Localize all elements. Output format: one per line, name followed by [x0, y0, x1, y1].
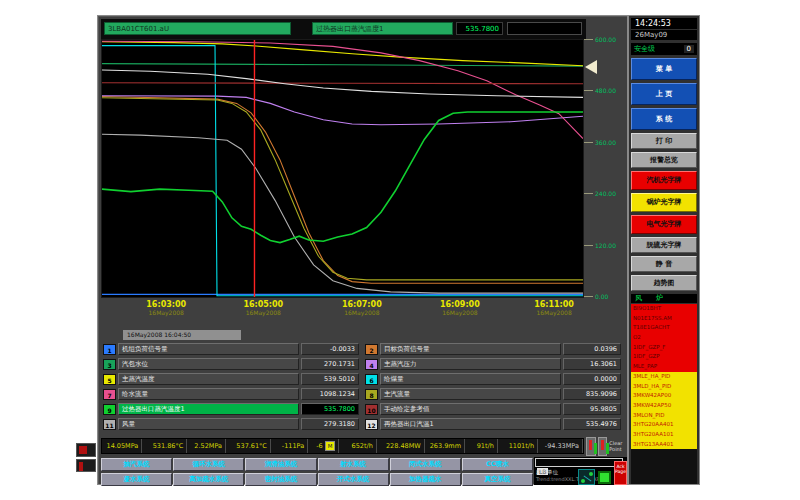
tick-mark — [584, 39, 593, 40]
pen-row-3[interactable]: 3汽包水位270.1731 — [103, 357, 359, 371]
trend-curve-pen-4 — [102, 96, 583, 125]
pen-tag-field[interactable]: 3LBA01CT601.aU — [104, 22, 291, 35]
alarm-header-label: 风 — [635, 294, 642, 303]
red-bar-icon — [601, 440, 604, 450]
pen-row-12[interactable]: 12再热器出口汽温1535.4976 — [365, 417, 621, 431]
pen-row-2[interactable]: 2目标负荷信号量0.0396 — [365, 342, 621, 356]
x-axis-tick: 16:03:0016May2008 — [131, 300, 201, 316]
y-tick-label: 240.00 — [595, 190, 616, 197]
menu-button[interactable]: 真空系统 — [462, 473, 533, 486]
menu-button[interactable]: CC喷水 — [462, 458, 533, 471]
alarm-item[interactable]: MLE_PAP — [631, 362, 697, 372]
menu-button[interactable]: 凝水系统 — [101, 473, 172, 486]
alarm-item[interactable]: 3MLE_HA_PID — [631, 372, 697, 382]
pen-description-field[interactable]: 过热器出口蒸汽温度1 — [312, 22, 453, 35]
status-segment: 531.86°C — [142, 439, 187, 453]
status-segment: 14.05MPa — [102, 439, 142, 453]
sidebar-button[interactable]: 脱硫光字牌 — [631, 237, 697, 253]
pen-row-8[interactable]: 8主汽流量835.9096 — [365, 387, 621, 401]
alarm-item[interactable]: 3MKW42AP00 — [631, 391, 697, 401]
status-segment: 1101t/h — [498, 439, 538, 453]
alarm-item[interactable]: 3HTG20AA101 — [631, 430, 697, 440]
pen-table-left-column: 1机组负荷信号量-0.00333汽包水位270.17315主蒸汽温度539.50… — [103, 342, 359, 432]
menu-button[interactable]: 射水系统 — [318, 458, 389, 471]
pen-label: 主汽流量 — [380, 388, 561, 400]
trend-plot-area[interactable] — [101, 39, 584, 298]
pen-row-5[interactable]: 5主蒸汽温度539.5010 — [103, 372, 359, 386]
pen-row-10[interactable]: 10手动给定参考值95.9805 — [365, 402, 621, 416]
pen-value: 95.9805 — [563, 403, 621, 415]
alarm-item[interactable]: T18E1GACHT — [631, 323, 697, 333]
pen-color-chip: 4 — [365, 359, 378, 370]
trend-curve-pen-11 — [102, 134, 583, 293]
alarm-item[interactable]: 1IDF_GZP_F — [631, 343, 697, 353]
status-segment: -111Pa — [271, 439, 308, 453]
red-bar-icon — [589, 440, 592, 450]
sidebar-button[interactable]: 系 统 — [631, 108, 697, 130]
command-input[interactable]: LB — [535, 458, 623, 467]
pen-value: 0.0000 — [563, 373, 621, 385]
sidebar-button[interactable]: 锅炉光字牌 — [631, 193, 697, 212]
sidebar-button[interactable]: 汽机光字牌 — [631, 171, 697, 190]
menu-button[interactable]: 高加疏水系统 — [173, 473, 244, 486]
x-tick-date: 16May2008 — [228, 309, 298, 316]
y-axis: 600.00480.00360.00240.00120.000.00 — [584, 39, 629, 301]
sidebar-button[interactable]: 报警总览 — [631, 152, 697, 168]
header-aux-box[interactable] — [507, 22, 582, 35]
indicator-widget[interactable] — [586, 437, 596, 456]
menu-button[interactable]: 循环水系统 — [173, 458, 244, 471]
status-value: 14.05MPa — [107, 442, 139, 450]
trend-curve-pen-8 — [102, 98, 583, 280]
alarm-item[interactable]: 3MLON_PID — [631, 411, 697, 421]
trend-header-bar: 3LBA01CT601.aU 过热器出口蒸汽温度1 535.7800 — [101, 19, 586, 39]
status-badge: M — [325, 441, 336, 451]
x-tick-time: 16:09:00 — [425, 300, 495, 309]
green-action-button[interactable] — [598, 471, 611, 484]
pen-row-9[interactable]: 9过热器出口蒸汽温度1535.7800 — [103, 402, 359, 416]
status-value: 1101t/h — [509, 442, 534, 450]
x-tick-time: 16:05:00 — [228, 300, 298, 309]
alarm-item[interactable]: O2 — [631, 333, 697, 343]
pen-color-chip: 8 — [365, 389, 378, 400]
status-value: -6 — [316, 442, 322, 450]
alarm-item[interactable]: BI9O1BHT — [631, 304, 697, 314]
tick-mark — [584, 245, 593, 246]
sidebar-button[interactable]: 静 音 — [631, 256, 697, 272]
alarm-item[interactable]: 3MLD_HA_PID — [631, 382, 697, 392]
alarm-item[interactable]: 1IDF_GZP — [631, 352, 697, 362]
pen-color-chip: 1 — [103, 344, 116, 355]
pen-color-chip: 7 — [103, 389, 116, 400]
sidebar-button[interactable]: 趋势图 — [631, 275, 697, 291]
status-value: 2.52MPa — [194, 442, 222, 450]
pen-row-4[interactable]: 4主蒸汽压力16.3061 — [365, 357, 621, 371]
alarm-item[interactable]: 3HTG20AA401 — [631, 420, 697, 430]
sidebar-button[interactable]: 打 印 — [631, 133, 697, 149]
menu-button[interactable]: 开式水系统 — [318, 473, 389, 486]
pen-row-1[interactable]: 1机组负荷信号量-0.0033 — [103, 342, 359, 356]
link-nodes-icon[interactable] — [578, 469, 595, 485]
sidebar-button[interactable]: 上 页 — [631, 83, 697, 105]
ack-page-button[interactable]: AckPage — [614, 461, 627, 485]
sidebar-button[interactable]: 菜 单 — [631, 58, 697, 80]
menu-button[interactable]: 抽汽系统 — [101, 458, 172, 471]
scale-marker-triangle[interactable] — [585, 60, 597, 74]
pen-row-11[interactable]: 11风量279.3180 — [103, 417, 359, 431]
alarm-item[interactable]: 3HTG13AA401 — [631, 440, 697, 450]
status-segment: 228.48MW — [377, 439, 425, 453]
indicator-widget[interactable] — [598, 437, 608, 456]
pen-label: 汽包水位 — [118, 358, 299, 370]
menu-button[interactable]: 密封油系统 — [245, 473, 316, 486]
pen-table-right-column: 2目标负荷信号量0.03964主蒸汽压力16.30616给煤量0.00008主汽… — [365, 342, 621, 432]
desktop: 3LBA01CT601.aU 过热器出口蒸汽温度1 535.7800 600.0… — [0, 0, 800, 500]
pen-row-7[interactable]: 7给水流量1098.1234 — [103, 387, 359, 401]
menu-button[interactable]: 闭式水系统 — [390, 458, 461, 471]
status-segment: 537.61°C — [226, 439, 271, 453]
menu-button[interactable]: 加热器疏水 — [390, 473, 461, 486]
pen-color-chip: 12 — [365, 419, 378, 430]
menu-button[interactable]: 润滑油系统 — [245, 458, 316, 471]
alarm-item[interactable]: 3MKW42AP50 — [631, 401, 697, 411]
status-segment: -6M — [308, 439, 339, 453]
alarm-item[interactable]: N01E17SS.AM — [631, 314, 697, 324]
sidebar-button[interactable]: 电气光字牌 — [631, 215, 697, 234]
pen-row-6[interactable]: 6给煤量0.0000 — [365, 372, 621, 386]
